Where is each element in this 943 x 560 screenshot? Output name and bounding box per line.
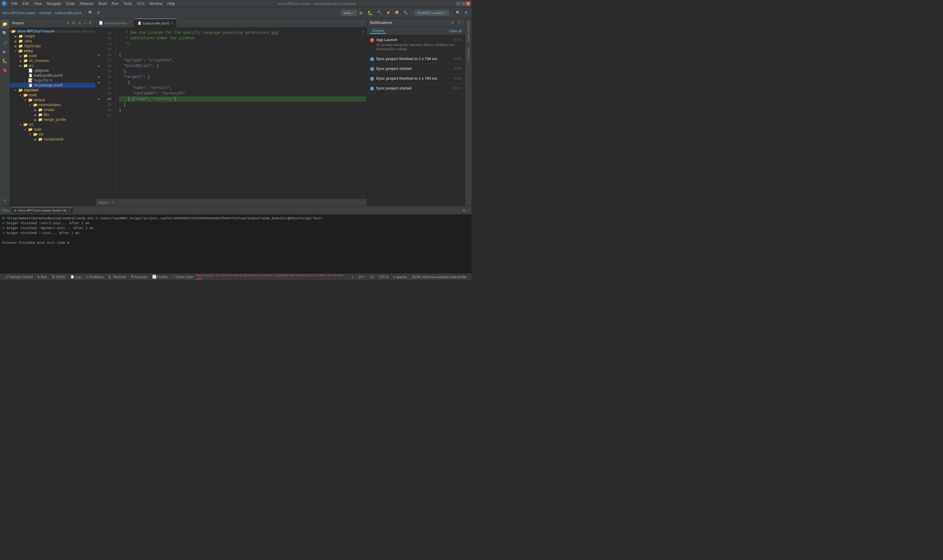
close-button[interactable]: ✕: [466, 2, 470, 6]
notif-item-0[interactable]: ! App Launch 10:32 To run and debug the …: [367, 35, 465, 54]
tree-item-ohpackage[interactable]: ▶ 📋 oh-package.json5: [10, 83, 95, 88]
minimize-button[interactable]: ─: [456, 2, 460, 6]
panel-action-settings[interactable]: ⚙: [88, 20, 93, 25]
build-btn[interactable]: 🔨: [375, 9, 383, 16]
status-encoding[interactable]: UTF-8: [376, 275, 391, 279]
menu-build[interactable]: Build: [96, 1, 109, 6]
tree-item-mpchart-src[interactable]: ▾ 📂 src: [10, 122, 95, 127]
run-green-btn[interactable]: ▶: [358, 9, 365, 17]
menu-help[interactable]: Help: [165, 1, 177, 6]
status-problems[interactable]: ⚠ Problems: [83, 274, 106, 280]
run-tab-active[interactable]: ▶ ohos-MPChart-master [build init] ✕: [12, 208, 73, 213]
tree-item-libs[interactable]: ▶ 📁 libs: [10, 112, 95, 117]
menu-view[interactable]: View: [31, 1, 44, 6]
gutter-fold-16[interactable]: ▶: [96, 52, 103, 58]
tree-item-mpchart-main[interactable]: ▾ 📂 main: [10, 127, 95, 132]
notif-item-3[interactable]: i Sync project finished in 1 s 704 ms 10…: [367, 74, 465, 84]
status-log[interactable]: 📋 Log: [68, 274, 83, 280]
toolbar-btn-4[interactable]: ⚡: [385, 10, 392, 15]
status-line-ending[interactable]: LF: [368, 275, 376, 279]
tree-item-merge-profile[interactable]: ▶ 📁 merge_profile: [10, 117, 95, 122]
status-green-indicator[interactable]: ●: [349, 275, 356, 279]
tree-item-build-profile[interactable]: ▶ 📋 build-profile.json5: [10, 73, 95, 78]
menu-file[interactable]: File: [9, 1, 20, 6]
tree-item-gitignore[interactable]: ▶ 📄 .gitignore: [10, 68, 95, 73]
right-icon-previewer[interactable]: Previewer: [466, 45, 471, 63]
status-todo[interactable]: ☰ TODO: [49, 274, 68, 280]
notif-item-1[interactable]: i Sync project finished in 1 s 734 ms 10…: [367, 54, 465, 64]
code-editor[interactable]: ▶ ▶ ▶ ▶ ▶ 12 13 14: [96, 28, 366, 198]
notif-settings-btn[interactable]: ⚙: [450, 20, 455, 25]
run-tab-close[interactable]: ✕: [68, 209, 71, 212]
toolbar-btn-5[interactable]: 📦: [393, 10, 401, 15]
toolbar-search-global[interactable]: 🔍: [454, 10, 462, 15]
code-content[interactable]: * See the License for the specific langu…: [116, 28, 366, 198]
tree-item-appscope[interactable]: ▶ 📁 AppScope: [10, 43, 95, 48]
tree-item-idea[interactable]: ▶ 📁 .idea: [10, 38, 95, 43]
notif-item-2[interactable]: i Sync project started 10:32: [367, 64, 465, 74]
panel-action-expand[interactable]: ⊞: [71, 20, 76, 25]
status-cursor-pos[interactable]: 24:7: [356, 275, 367, 279]
tree-item-entry-ohmodules[interactable]: ▶ 📁 oh_modules: [10, 58, 95, 63]
notif-tab-timeline[interactable]: Timeline: [370, 28, 386, 34]
tab-more-btn[interactable]: ⋮: [358, 21, 366, 25]
tree-item-intermediates[interactable]: ▾ 📂 intermediates: [10, 102, 95, 107]
right-icon-remote-emulator[interactable]: Remote Emulator: [466, 20, 471, 44]
menu-window[interactable]: Window: [147, 1, 165, 6]
tab-build-profile[interactable]: 📋 build-profile.json5 ✕: [134, 18, 176, 27]
tree-item-root[interactable]: ▾ 📂 ohos-MPChart-master D:/project/proje…: [10, 29, 95, 34]
panel-action-collapse[interactable]: ⊟: [77, 20, 82, 25]
clear-all-button[interactable]: Clear all: [449, 29, 462, 33]
gutter-fold-21[interactable]: ▶: [96, 80, 103, 85]
status-profiler[interactable]: 📈 Profiler: [150, 274, 170, 280]
tree-item-hvigor[interactable]: ▶ 📁 .hvigor: [10, 34, 95, 38]
sidebar-icon-debug[interactable]: 🐛: [1, 57, 9, 65]
tree-item-cmake[interactable]: ▶ 📁 cmake: [10, 107, 95, 112]
gutter-run-24[interactable]: ▶: [96, 96, 103, 102]
menu-navigate[interactable]: Navigate: [44, 1, 63, 6]
sidebar-icon-run[interactable]: ▶: [1, 47, 9, 56]
status-services[interactable]: ⚙ Services: [128, 274, 150, 280]
tree-item-entry[interactable]: ▾ 📂 entry: [10, 48, 95, 53]
tree-item-entry-build[interactable]: ▶ 📁 build: [10, 53, 95, 58]
sidebar-icon-git[interactable]: ⎇: [1, 38, 9, 47]
device-selector[interactable]: HUAWEI Lahaina ▾: [414, 10, 449, 15]
project-dropdown-icon[interactable]: ▾: [67, 21, 69, 25]
tree-item-mpchart-ets[interactable]: ▾ 📂 ets: [10, 132, 95, 137]
panel-action-menu[interactable]: ≡: [83, 20, 87, 25]
tree-item-components[interactable]: ▶ 📁 components: [10, 137, 95, 142]
notif-item-4[interactable]: i Sync project started 10:31: [367, 84, 465, 94]
notif-close-btn[interactable]: ✕: [457, 20, 462, 25]
toolbar-settings-btn[interactable]: ⚙: [95, 10, 102, 15]
menu-tools[interactable]: Tools: [121, 1, 134, 6]
menu-vcs[interactable]: VCS: [134, 1, 147, 6]
tab-close-local[interactable]: ✕: [129, 21, 131, 25]
status-file-type[interactable]: JSON: ohos-har-module-build-profile: [409, 275, 469, 279]
sidebar-icon-find[interactable]: 🔍: [1, 29, 9, 37]
status-version-control[interactable]: ⎇ Version Control: [3, 274, 35, 280]
maximize-button[interactable]: □: [461, 2, 465, 6]
debug-btn[interactable]: 🐛: [366, 9, 374, 16]
tree-item-mpchart-build[interactable]: ▾ 📂 build: [10, 92, 95, 97]
menu-edit[interactable]: Edit: [20, 1, 31, 6]
sidebar-icon-bookmarks[interactable]: 🔖: [1, 66, 9, 74]
sidebar-icon-structure[interactable]: ≡: [1, 196, 9, 205]
gutter-fold-18[interactable]: ▶: [96, 63, 103, 69]
gutter-fold-20[interactable]: ▶: [96, 74, 103, 80]
tab-local-properties[interactable]: 📄 local.properties ✕: [96, 18, 134, 27]
status-linter[interactable]: ✓ Code Linter: [170, 274, 196, 280]
menu-code[interactable]: Code: [63, 1, 77, 6]
toolbar-settings-global[interactable]: ⚙: [463, 10, 469, 15]
run-settings-btn[interactable]: ⚙: [462, 208, 466, 212]
tree-item-hvigorfile[interactable]: ▶ 📝 hvigorfile.ts: [10, 78, 95, 83]
toolbar-search-btn[interactable]: 🔍: [87, 10, 94, 15]
tree-item-mpchart[interactable]: ▾ 📂 mpchart: [10, 88, 95, 92]
status-indent[interactable]: 2 spaces: [391, 275, 409, 279]
menu-run[interactable]: Run: [109, 1, 121, 6]
status-run-btn[interactable]: ▶ Run: [35, 274, 49, 280]
tab-close-build[interactable]: ✕: [171, 22, 173, 25]
sidebar-icon-project[interactable]: 📁: [1, 20, 9, 28]
run-collapse-btn[interactable]: ─: [466, 208, 469, 212]
status-terminal[interactable]: $_ Terminal: [106, 274, 128, 280]
toolbar-btn-6[interactable]: 🔧: [402, 10, 409, 15]
